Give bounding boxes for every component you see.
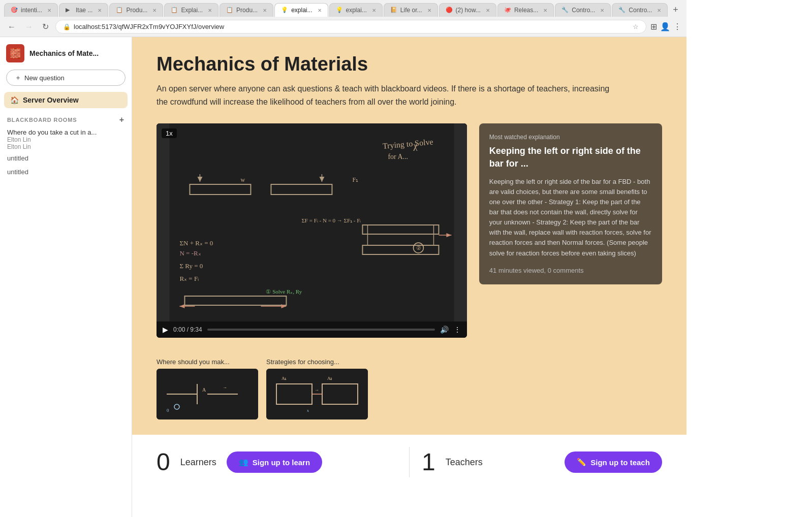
sidebar-server-overview-label: Server Overview <box>23 96 79 104</box>
svg-text:Rₓ = Fᵢ: Rₓ = Fᵢ <box>179 275 199 282</box>
learners-stat: 0 Learners 👥 Sign up to learn <box>157 450 397 474</box>
learners-label: Learners <box>180 457 216 468</box>
extensions-icon[interactable]: ⊞ <box>650 22 657 31</box>
other-video-thumb-0[interactable]: A → 0 <box>157 369 258 419</box>
video-speed-badge: 1x <box>162 128 177 138</box>
teach-icon: ✏️ <box>577 458 586 467</box>
plus-icon: ＋ <box>15 73 21 82</box>
tab-close-10[interactable]: ✕ <box>600 8 604 13</box>
sidebar-room-item-0[interactable]: Where do you take a cut in a... Elton Li… <box>0 126 132 151</box>
new-tab-button[interactable]: + <box>669 4 682 16</box>
most-watched-stats: 41 minutes viewed, 0 comments <box>489 267 652 274</box>
main-content: Mechanics of Materials An open server wh… <box>132 37 686 517</box>
tab-9[interactable]: 🐙 Releas... ✕ <box>497 3 554 17</box>
reload-button[interactable]: ↻ <box>40 21 51 33</box>
tab-label-3: Explai... <box>181 7 203 14</box>
tab-close-7[interactable]: ✕ <box>427 8 431 13</box>
tab-favicon-1: ▶ <box>66 7 73 14</box>
browser-chrome: 🎯 intenti... ✕ ▶ Itae ... ✕ 📋 Produ... ✕… <box>0 0 686 37</box>
tab-1[interactable]: ▶ Itae ... ✕ <box>59 3 108 17</box>
stats-section: 0 Learners 👥 Sign up to learn 1 Teachers… <box>132 435 686 490</box>
tab-6[interactable]: 💡 explai... ✕ <box>329 3 383 17</box>
svg-text:→: → <box>223 385 227 390</box>
most-watched-description: Keeping the left or right side of the ba… <box>489 177 652 258</box>
sign-up-learn-label: Sign up to learn <box>253 458 310 467</box>
sidebar-untitled-1[interactable]: untitled <box>0 165 132 179</box>
svg-text:① Solve Rₓ, Ry: ① Solve Rₓ, Ry <box>266 288 302 295</box>
back-button[interactable]: ← <box>5 21 18 33</box>
video-more-icon[interactable]: ⋮ <box>454 326 461 334</box>
toolbar-icons: ⊞ 👤 ⋮ <box>650 22 681 31</box>
tab-7[interactable]: 📔 Life or... ✕ <box>384 3 438 17</box>
tab-favicon-7: 📔 <box>390 7 397 14</box>
svg-text:A: A <box>202 387 206 393</box>
sidebar-logo: 🧱 <box>6 44 24 62</box>
tab-2[interactable]: 📋 Produ... ✕ <box>109 3 163 17</box>
video-volume-icon[interactable]: 🔊 <box>440 326 449 334</box>
tab-close-3[interactable]: ✕ <box>208 8 212 13</box>
tab-close-8[interactable]: ✕ <box>486 8 490 13</box>
tab-close-4[interactable]: ✕ <box>263 8 267 13</box>
menu-icon[interactable]: ⋮ <box>673 22 681 31</box>
url-text[interactable]: localhost:5173/qfWJFR2xTm9vYOJFXYfJ/over… <box>74 23 630 30</box>
new-question-button[interactable]: ＋ New question <box>6 70 126 86</box>
tab-close-0[interactable]: ✕ <box>47 8 51 13</box>
tab-8[interactable]: 🔴 (2) how... ✕ <box>439 3 496 17</box>
svg-text:x: x <box>307 408 309 413</box>
tab-0[interactable]: 🎯 intenti... ✕ <box>4 3 58 17</box>
browser-body: 🧱 Mechanics of Mate... ＋ New question 🏠 … <box>0 37 686 517</box>
tab-close-2[interactable]: ✕ <box>152 8 157 13</box>
add-room-button[interactable]: + <box>119 115 124 124</box>
learn-icon: 👥 <box>239 458 248 467</box>
video-background: Trying to Solve for A... <box>157 123 467 321</box>
learners-count: 0 <box>157 450 170 474</box>
tab-label-2: Produ... <box>126 7 147 14</box>
tab-5[interactable]: 💡 explai... ✕ <box>274 3 328 17</box>
other-video-thumb-1[interactable]: A₁ A₂ → x <box>266 369 368 419</box>
tab-close-5[interactable]: ✕ <box>318 8 322 13</box>
most-watched-card: Most watched explanation Keeping the lef… <box>479 123 662 284</box>
stats-divider <box>409 447 410 477</box>
sign-up-teach-button[interactable]: ✏️ Sign up to teach <box>565 451 662 473</box>
svg-text:→: → <box>315 387 319 393</box>
tab-close-1[interactable]: ✕ <box>98 8 102 13</box>
video-timestamp: 0:00 / 9:34 <box>173 326 202 333</box>
most-watched-title[interactable]: Keeping the left or right side of the ba… <box>489 145 652 170</box>
tab-close-11[interactable]: ✕ <box>657 8 661 13</box>
tab-favicon-0: 🎯 <box>11 7 18 14</box>
page-description: An open server where anyone can ask ques… <box>157 82 614 108</box>
other-video-card-1[interactable]: Strategies for choosing... A₁ A₂ → x <box>266 358 368 419</box>
tab-11[interactable]: 🔧 Contro... ✕ <box>612 3 668 17</box>
tab-label-6: explai... <box>346 7 367 14</box>
tab-label-9: Releas... <box>514 7 538 14</box>
svg-text:Σ Ry = 0: Σ Ry = 0 <box>179 262 203 270</box>
tab-3[interactable]: 📋 Explai... ✕ <box>164 3 218 17</box>
video-play-icon[interactable]: ▶ <box>163 326 168 334</box>
svg-text:N = -Rₓ: N = -Rₓ <box>179 249 201 257</box>
tab-close-6[interactable]: ✕ <box>372 8 376 13</box>
other-video-card-0[interactable]: Where should you mak... A → 0 <box>157 358 258 419</box>
svg-text:ΣF = Fᵢ - N = 0 → ΣF₁ - Fᵢ: ΣF = Fᵢ - N = 0 → ΣF₁ - Fᵢ <box>301 217 361 223</box>
tab-4[interactable]: 📋 Produ... ✕ <box>220 3 273 17</box>
sidebar-item-server-overview[interactable]: 🏠 Server Overview <box>4 92 128 108</box>
address-bar-row: ← → ↻ 🔒 localhost:5173/qfWJFR2xTm9vYOJFX… <box>0 17 686 37</box>
sidebar-section-header: BLACKBOARD ROOMS + <box>0 109 132 126</box>
sidebar-untitled-0[interactable]: untitled <box>0 151 132 165</box>
video-progress-bar[interactable] <box>207 329 435 331</box>
tab-label-11: Contro... <box>629 7 652 14</box>
tab-favicon-3: 📋 <box>171 7 178 14</box>
tab-favicon-8: 🔴 <box>446 7 453 14</box>
profile-icon[interactable]: 👤 <box>660 22 670 31</box>
video-canvas: Trying to Solve for A... <box>157 123 467 321</box>
address-bar[interactable]: 🔒 localhost:5173/qfWJFR2xTm9vYOJFXYfJ/ov… <box>55 20 646 34</box>
teachers-label: Teachers <box>446 457 483 468</box>
sign-up-learn-button[interactable]: 👥 Sign up to learn <box>227 451 322 473</box>
forward-button[interactable]: → <box>22 21 36 33</box>
home-icon: 🏠 <box>10 96 19 104</box>
sidebar: 🧱 Mechanics of Mate... ＋ New question 🏠 … <box>0 37 132 517</box>
tab-10[interactable]: 🔧 Contro... ✕ <box>555 3 611 17</box>
tab-label-7: Life or... <box>400 7 422 14</box>
star-icon[interactable]: ☆ <box>633 23 639 30</box>
tab-close-9[interactable]: ✕ <box>543 8 547 13</box>
teachers-stat: 1 Teachers ✏️ Sign up to teach <box>422 450 662 474</box>
